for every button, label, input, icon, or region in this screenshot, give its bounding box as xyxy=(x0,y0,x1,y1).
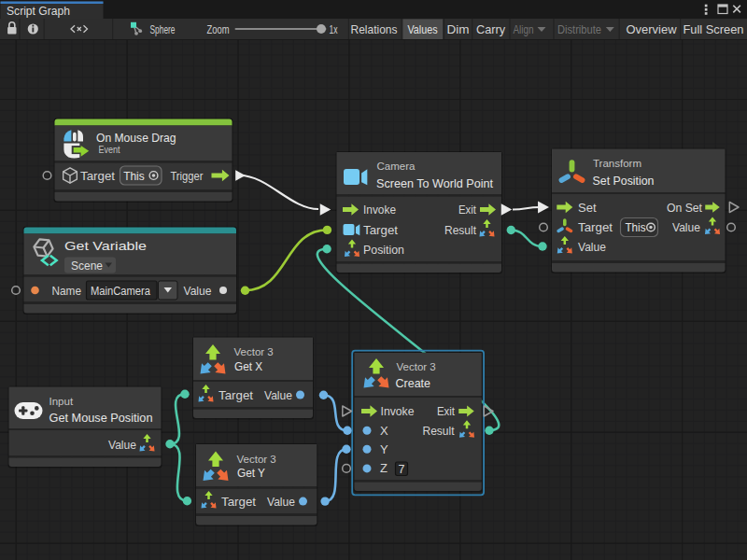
svg-text:Vector 3: Vector 3 xyxy=(397,361,436,372)
svg-text:Distribute: Distribute xyxy=(557,22,601,36)
svg-text:7: 7 xyxy=(399,463,405,476)
svg-text:Overview: Overview xyxy=(627,22,678,36)
svg-text:Get Mouse Position: Get Mouse Position xyxy=(49,411,153,425)
svg-text:Scene: Scene xyxy=(71,259,103,273)
svg-text:Transform: Transform xyxy=(593,158,641,169)
svg-text:Full Screen: Full Screen xyxy=(684,22,744,36)
svg-text:Value: Value xyxy=(672,220,700,234)
svg-text:Target: Target xyxy=(218,388,253,402)
svg-text:Get X: Get X xyxy=(234,359,262,373)
svg-text:Values: Values xyxy=(408,22,438,36)
svg-text:Dim: Dim xyxy=(447,22,470,36)
svg-text:Target: Target xyxy=(80,169,115,183)
svg-text:This: This xyxy=(626,221,646,234)
svg-text:Sphere: Sphere xyxy=(150,23,176,36)
svg-text:On Set: On Set xyxy=(667,201,702,215)
svg-text:Zoom: Zoom xyxy=(207,23,230,36)
svg-text:Value: Value xyxy=(184,284,212,298)
svg-text:On Mouse Drag: On Mouse Drag xyxy=(96,131,176,145)
svg-text:Get Y: Get Y xyxy=(237,466,265,480)
svg-text:Set Position: Set Position xyxy=(593,174,655,188)
svg-text:Value: Value xyxy=(267,495,295,509)
svg-text:Input: Input xyxy=(49,396,74,407)
svg-text:Result: Result xyxy=(423,424,455,438)
svg-text:Set: Set xyxy=(578,201,597,215)
svg-text:Get Variable: Get Variable xyxy=(64,239,147,253)
svg-text:Value: Value xyxy=(264,388,292,402)
svg-text:Target: Target xyxy=(221,495,256,509)
svg-text:Invoke: Invoke xyxy=(363,203,396,217)
svg-text:Name: Name xyxy=(52,284,82,298)
svg-text:Value: Value xyxy=(108,438,136,452)
svg-text:Carry: Carry xyxy=(476,22,505,36)
svg-text:Vector 3: Vector 3 xyxy=(237,454,276,465)
svg-text:Y: Y xyxy=(380,442,388,456)
svg-text:Camera: Camera xyxy=(377,161,416,172)
svg-text:Exit: Exit xyxy=(437,404,455,418)
svg-text:Align: Align xyxy=(514,22,534,36)
svg-text:1x: 1x xyxy=(330,23,339,36)
svg-text:Create: Create xyxy=(396,376,431,390)
svg-text:Z: Z xyxy=(380,461,388,475)
svg-text:Script Graph: Script Graph xyxy=(7,4,70,18)
svg-text:Result: Result xyxy=(444,223,476,237)
svg-text:Position: Position xyxy=(363,243,404,257)
svg-text:Event: Event xyxy=(99,144,120,155)
svg-text:Screen To World Point: Screen To World Point xyxy=(376,176,493,190)
svg-text:Vector 3: Vector 3 xyxy=(234,346,274,357)
svg-text:Relations: Relations xyxy=(351,22,398,36)
svg-text:MainCamera: MainCamera xyxy=(91,285,150,298)
svg-text:This: This xyxy=(123,170,145,183)
svg-text:Trigger: Trigger xyxy=(170,169,204,183)
svg-text:Target: Target xyxy=(578,220,613,234)
svg-text:Target: Target xyxy=(363,223,398,237)
svg-text:Value: Value xyxy=(578,240,606,254)
svg-text:Exit: Exit xyxy=(458,203,476,217)
svg-text:X: X xyxy=(380,424,388,438)
svg-text:Invoke: Invoke xyxy=(381,404,415,418)
